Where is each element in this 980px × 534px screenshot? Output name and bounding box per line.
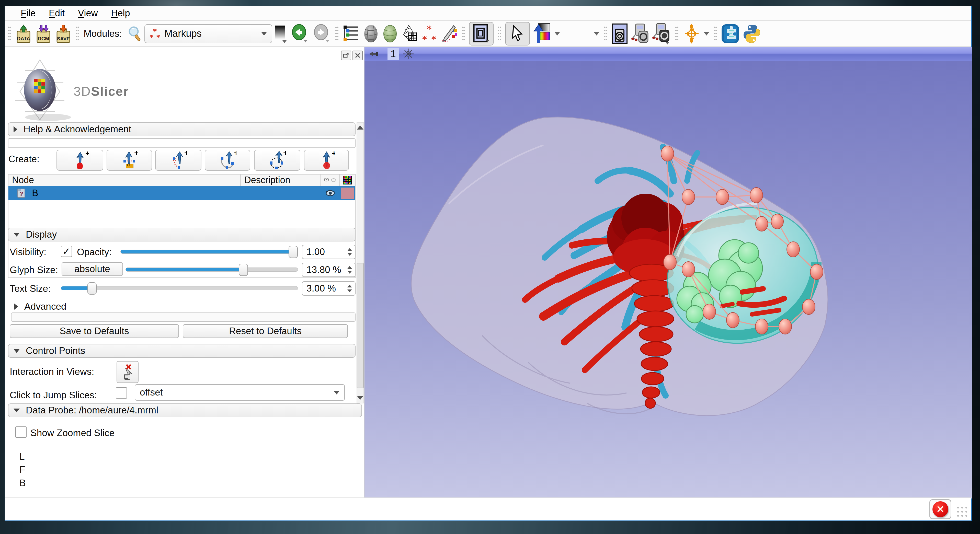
data-probe-section-header[interactable]: Data Probe: /home/aure/4.mrml — [8, 404, 362, 417]
advanced-collapsed-bar — [11, 313, 356, 322]
svg-text:+: + — [85, 151, 89, 157]
control-points-label: Control Points — [26, 345, 85, 356]
scene-views-menu-button[interactable] — [652, 23, 671, 44]
show-zoomed-slice-checkbox[interactable] — [15, 426, 27, 438]
expanded-arrow-icon — [14, 408, 20, 412]
jump-slices-checkbox[interactable] — [116, 387, 127, 399]
scrollbar-down-arrow[interactable] — [356, 394, 364, 402]
save-button[interactable]: SAVE — [55, 24, 72, 43]
node-type-icon: ? — [17, 188, 26, 199]
menu-file[interactable]: File — [15, 7, 41, 19]
layout-selector-button[interactable] — [469, 22, 493, 46]
visibility-eye-icon[interactable] — [325, 189, 336, 197]
error-log-button[interactable]: ✕ — [929, 499, 951, 519]
probe-axis-l: L — [19, 451, 25, 462]
svg-text:?: ? — [19, 190, 23, 197]
scene-views-button[interactable] — [631, 24, 649, 44]
subject-hierarchy-icon[interactable] — [343, 25, 360, 43]
help-acknowledgement-section[interactable]: Help & Acknowledgement — [8, 122, 356, 136]
glyph-size-label: Glyph Size: — [10, 265, 58, 275]
transforms-module-icon[interactable] — [401, 24, 418, 43]
models-module-icon[interactable] — [363, 24, 379, 43]
create-fiducial-button[interactable]: + — [304, 150, 349, 171]
load-data-button[interactable]: DATA — [15, 24, 32, 43]
module-message-box — [8, 138, 356, 148]
markups-toolbar-icon[interactable] — [421, 24, 438, 43]
module-selector-value: Markups — [164, 28, 257, 39]
view-pin-icon[interactable] — [368, 49, 378, 58]
menu-help[interactable]: Help — [105, 7, 135, 19]
glyph-size-spinbox[interactable]: 13.80 % — [302, 263, 356, 277]
threed-viewport[interactable] — [364, 61, 972, 499]
python-console-button[interactable] — [743, 24, 761, 44]
node-color-swatch[interactable] — [341, 188, 354, 199]
column-description[interactable]: Description — [241, 175, 321, 186]
column-color[interactable] — [340, 175, 355, 186]
text-size-slider[interactable] — [61, 286, 298, 290]
menu-bar: File Edit View Help — [5, 6, 971, 21]
mouse-interaction-button[interactable] — [505, 22, 530, 46]
toolbar-drag-handle[interactable] — [603, 26, 607, 41]
chevron-down-icon[interactable] — [554, 32, 560, 35]
toolbar-drag-handle[interactable] — [76, 26, 80, 41]
toolbar-drag-handle[interactable] — [461, 26, 465, 41]
view-label[interactable]: 1 — [388, 48, 399, 60]
chevron-down-icon[interactable] — [704, 32, 709, 35]
column-node[interactable]: Node — [8, 175, 241, 186]
module-selector-combobox[interactable]: Markups — [145, 24, 272, 43]
segment-editor-icon[interactable] — [441, 24, 457, 43]
toolbar-drag-handle[interactable] — [675, 26, 679, 41]
jump-mode-combobox[interactable]: offset — [135, 384, 345, 400]
display-section-header[interactable]: Display — [8, 228, 356, 242]
view-axes-icon[interactable] — [402, 48, 414, 60]
dicom-button[interactable]: DCM — [35, 24, 52, 43]
extensions-manager-button[interactable] — [721, 24, 740, 44]
toolbar-drag-handle[interactable] — [498, 26, 501, 41]
visibility-checkbox[interactable]: ✓ — [61, 246, 72, 257]
chevron-down-icon — [334, 391, 340, 394]
svg-text:DCM: DCM — [38, 36, 49, 41]
module-panel: 3DSlicer Help & Acknowledgement Create: … — [5, 47, 364, 499]
text-size-spinbox[interactable]: 3.00 % — [302, 281, 356, 296]
menu-edit[interactable]: Edit — [43, 7, 70, 19]
module-history-icon[interactable] — [274, 24, 287, 43]
create-line-button[interactable]: + — [107, 150, 152, 171]
table-row[interactable]: ? B — [8, 186, 355, 200]
glyph-size-mode-button[interactable]: absolute — [62, 262, 123, 276]
screen-capture-button[interactable] — [611, 24, 628, 44]
advanced-section-header[interactable]: Advanced — [14, 301, 67, 312]
opacity-spinbox[interactable]: 1.00 — [302, 245, 356, 259]
chevron-down-icon[interactable] — [594, 32, 600, 35]
panel-undock-button[interactable] — [341, 51, 351, 60]
markups-node-table: Node Description — [8, 174, 356, 278]
column-visibility[interactable] — [321, 175, 340, 186]
segmentations-module-icon[interactable] — [382, 24, 398, 43]
control-points-section-header[interactable]: Control Points — [8, 344, 356, 358]
resize-grip[interactable] — [956, 505, 968, 518]
create-closed-curve-button[interactable]: + — [254, 150, 300, 171]
slicer-logo: 3DSlicer — [10, 57, 153, 121]
save-defaults-button[interactable]: Save to Defaults — [10, 324, 179, 338]
crosshair-button[interactable] — [683, 24, 701, 44]
panel-close-button[interactable] — [353, 51, 363, 60]
module-search-icon[interactable] — [127, 25, 143, 42]
display-section-label: Display — [26, 229, 57, 240]
create-point-list-button[interactable]: + — [56, 150, 103, 171]
create-open-curve-button[interactable]: + — [205, 150, 250, 171]
toolbar-drag-handle[interactable] — [713, 26, 717, 41]
back-button[interactable] — [290, 24, 309, 43]
toolbar-drag-handle[interactable] — [7, 26, 11, 41]
create-angle-button[interactable]: + — [155, 150, 201, 171]
window-level-icon[interactable] — [533, 23, 551, 44]
reset-defaults-button[interactable]: Reset to Defaults — [183, 324, 348, 338]
threed-view: 1 — [364, 47, 972, 499]
expanded-arrow-icon — [14, 349, 20, 353]
scrollbar-up-arrow[interactable] — [356, 124, 364, 131]
glyph-size-slider[interactable] — [126, 267, 298, 272]
forward-button[interactable] — [312, 24, 331, 43]
opacity-slider[interactable] — [120, 250, 298, 254]
interaction-toggle-button[interactable] — [116, 361, 138, 383]
toolbar-drag-handle[interactable] — [335, 26, 339, 41]
menu-view[interactable]: View — [72, 7, 103, 19]
panel-scrollbar-thumb[interactable] — [356, 263, 364, 388]
